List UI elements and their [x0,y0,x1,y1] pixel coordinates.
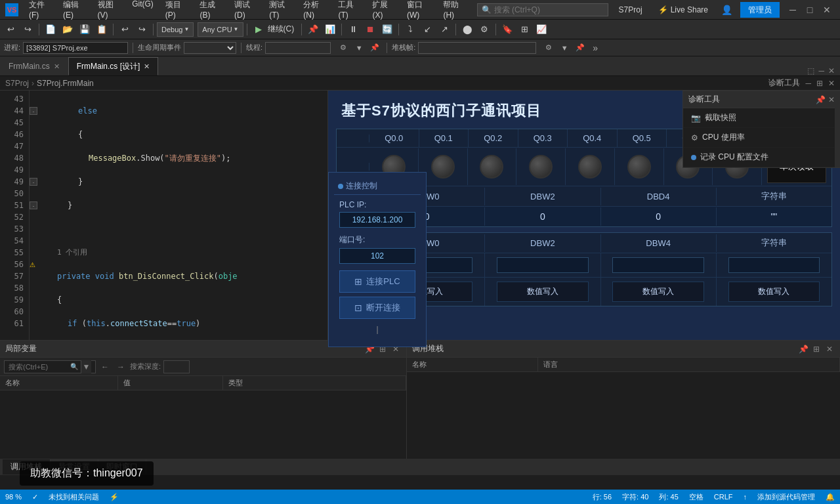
attach-btn[interactable]: 📌 [305,22,321,37]
menu-file[interactable]: 文件(F) [24,0,56,21]
thread-input[interactable] [265,42,331,54]
diag-pin-icon[interactable]: 📌 [816,95,826,104]
stack-input[interactable] [418,42,536,54]
call-stack-pin[interactable]: 📌 [798,344,808,354]
tab-frmmain-cs[interactable]: FrmMain.cs ✕ [0,57,68,75]
search-dropdown[interactable]: ▼ [81,360,91,373]
diag-close-icon[interactable]: ✕ [828,95,835,104]
breakpoints-btn[interactable]: ⚙ [476,22,492,37]
plc-write4-btn[interactable]: 数值写入 [612,282,704,302]
search-input[interactable] [494,5,586,14]
step-out-btn[interactable]: ↗ [436,22,452,37]
maximize-btn[interactable]: □ [802,3,818,16]
split-icon[interactable]: ⬚ [807,66,814,75]
local-vars-search-input[interactable] [9,363,68,371]
diag-snapshot[interactable]: 📷 截取快照 [683,108,840,128]
code-content[interactable]: else { MessageBox.Show("请勿重复连接"); } } 1 … [41,91,327,340]
plc-w4-input[interactable] [612,257,704,273]
diag-icon3[interactable]: ✕ [828,79,835,88]
fold-49[interactable]: - [30,178,37,186]
open-btn[interactable]: 📂 [60,22,75,37]
pin-btn[interactable]: 📌 [368,41,382,54]
conn-port-input[interactable] [339,248,415,264]
window-btn[interactable]: ⊞ [516,22,532,37]
menu-tools[interactable]: 工具(T) [333,0,366,21]
step-in-btn[interactable]: ↙ [419,22,435,37]
menu-project[interactable]: 项目(P) [160,0,194,21]
menu-edit[interactable]: 编辑(E) [58,0,91,21]
menu-build[interactable]: 生成(B) [194,0,228,21]
fold-44[interactable]: - [30,107,37,115]
source-control-label[interactable]: 添加到源代码管理 [757,492,815,502]
diag-icon2[interactable]: ⊞ [816,79,823,88]
plc-w2-input[interactable] [497,257,589,273]
menu-git[interactable]: Git(G) [127,0,159,21]
stop-btn[interactable]: ⏹ [362,22,378,37]
plc-write2-btn[interactable]: 数值写入 [497,282,589,302]
perf2-btn[interactable]: 📈 [534,22,549,37]
menu-analyze[interactable]: 分析(N) [298,0,331,21]
disconnect-plc-btn[interactable]: ⊡ 断开连接 [339,297,415,319]
minimize-btn[interactable]: ─ [785,3,801,16]
back-btn[interactable]: ↩ [3,22,18,37]
account-icon[interactable]: 👤 [719,5,735,15]
debug-mode-dropdown[interactable]: Debug ▼ [157,22,194,37]
status-nav-icon[interactable]: ⚡ [110,493,119,501]
menu-help[interactable]: 帮助(H) [438,0,471,21]
conn-ip-input[interactable] [339,212,415,228]
redo-btn[interactable]: ↪ [134,22,150,37]
menu-view[interactable]: 视图(V) [93,0,126,21]
status-zoom[interactable]: 98 % [5,493,22,501]
plc-wstr-input[interactable] [728,257,820,273]
more-btn[interactable]: » [593,43,598,53]
pause-btn[interactable]: ⏸ [345,22,361,37]
stack-pin-btn[interactable]: 📌 [573,41,587,54]
call-stack-close[interactable]: ✕ [824,344,835,354]
new-file-btn[interactable]: 📄 [43,22,58,37]
menu-extensions[interactable]: 扩展(X) [367,0,400,21]
nav-forward[interactable]: → [114,360,127,373]
menu-window[interactable]: 窗口(W) [402,0,436,21]
collapse-icon[interactable]: ─ [818,66,824,75]
editor-close-icon[interactable]: ✕ [828,66,835,75]
bookmark-btn[interactable]: 🔖 [499,22,515,37]
tab-frmmain-design[interactable]: FrmMain.cs [设计] ✕ [68,57,159,75]
perf-btn[interactable]: 📊 [322,22,338,37]
play-btn[interactable]: ▶ [251,22,266,37]
plc-writestr-btn[interactable]: 数值写入 [728,282,820,302]
menu-test[interactable]: 测试(T) [264,0,297,21]
depth-input[interactable] [163,360,190,373]
local-vars-search[interactable]: 🔍 ▼ [4,360,96,373]
save-btn[interactable]: 💾 [77,22,93,37]
connect-plc-btn[interactable]: ⊞ 连接PLC [339,270,415,293]
manage-btn[interactable]: 管理员 [740,2,780,18]
undo-btn[interactable]: ↩ [117,22,133,37]
step-over-btn[interactable]: ⤵ [402,22,418,37]
lifecycle-select[interactable] [184,42,236,54]
restart-btn[interactable]: 🔄 [379,22,395,37]
fold-51[interactable]: - [30,201,37,209]
process-input[interactable] [23,42,128,54]
search-box[interactable]: 🔍 [477,3,608,16]
stack-filter-btn[interactable]: ⚙ [541,41,556,54]
live-share-btn[interactable]: ⚡ Live Share [653,4,713,16]
stack-filter2-btn[interactable]: ▼ [557,41,572,54]
forward-btn[interactable]: ↪ [20,22,35,37]
save-all-btn[interactable]: 📋 [94,22,110,37]
close-btn[interactable]: ✕ [819,3,835,16]
diag-cpu-usage[interactable]: ⚙ CPU 使用率 [683,128,840,148]
diag-scrollbar[interactable] [835,91,840,167]
bell-icon[interactable]: 🔔 [826,493,835,501]
tab-frmmain-design-close[interactable]: ✕ [144,62,150,71]
menu-debug[interactable]: 调试(D) [229,0,262,21]
call-stack-float[interactable]: ⊞ [811,344,822,354]
tab-frmmain-cs-close[interactable]: ✕ [54,62,60,71]
cpu-dropdown[interactable]: Any CPU ▼ [198,22,243,37]
diag-cpu-profile[interactable]: 记录 CPU 配置文件 [683,148,840,167]
diag-icon1[interactable]: ─ [805,79,811,88]
source-control-icon[interactable]: ↑ [744,493,747,501]
filter-btn[interactable]: ⚙ [336,41,350,54]
filter2-btn[interactable]: ▼ [352,41,366,54]
nav-back[interactable]: ← [98,360,112,373]
breakpoint-btn[interactable]: ⬤ [459,22,475,37]
